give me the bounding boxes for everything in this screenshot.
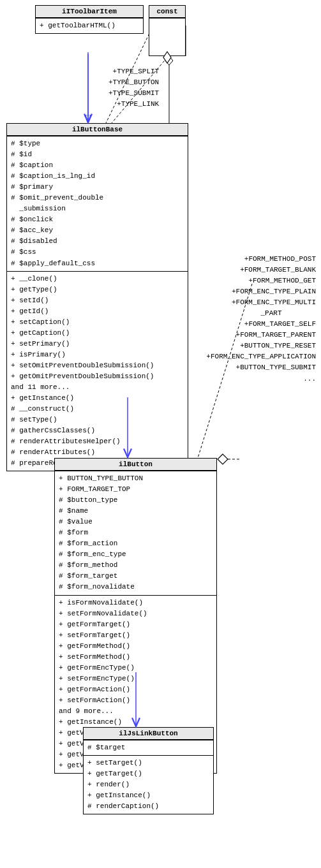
field-primary: # $primary bbox=[11, 182, 184, 193]
type-link: +TYPE_LINK bbox=[108, 99, 159, 110]
ilJsLinkButton-title: ilJsLinkButton bbox=[84, 728, 213, 740]
method-setprimary: + setPrimary() bbox=[11, 339, 184, 349]
method-getid: + getId() bbox=[11, 306, 184, 317]
uml-diagram: iIToolbarItem + getToolbarHTML() const +… bbox=[0, 0, 321, 868]
label-button-type-reset: +BUTTON_TYPE_RESET bbox=[188, 341, 316, 351]
method-getomit: + getOmitPreventDoubleSubmission() bbox=[11, 371, 184, 382]
label-button-type-submit: +BUTTON_TYPE_SUBMIT bbox=[188, 362, 316, 373]
btn-field-name: # $name bbox=[59, 506, 213, 517]
method-more: and 11 more... bbox=[11, 382, 184, 393]
method-getcaption: + getCaption() bbox=[11, 328, 184, 339]
btn-field-method: # $form_method bbox=[59, 560, 213, 571]
btn-field-target: # $form_target bbox=[59, 571, 213, 582]
field-type: # $type bbox=[11, 138, 184, 149]
btn-field-novalidate: # $form_novalidate bbox=[59, 582, 213, 592]
label-form-enc-app: +FORM_ENC_TYPE_APPLICATION bbox=[188, 351, 316, 362]
label-form-enc-multi: +FORM_ENC_TYPE_MULTI bbox=[188, 297, 316, 308]
label-form-target-self: +FORM_TARGET_SELF bbox=[188, 319, 316, 330]
label-form-enc-plain: +FORM_ENC_TYPE_PLAIN bbox=[188, 286, 316, 297]
svg-marker-15 bbox=[218, 454, 228, 464]
btn-field-enc: # $form_enc_type bbox=[59, 549, 213, 560]
btn-method-setformtarget: + setFormTarget() bbox=[59, 630, 213, 641]
const-title: const bbox=[149, 6, 185, 18]
ilJsLinkButton-fields: # $target bbox=[84, 740, 213, 755]
ilJsLinkButton-box: ilJsLinkButton # $target + setTarget() +… bbox=[83, 727, 214, 814]
jslinkbtn-method-rendercaption: # renderCaption() bbox=[87, 801, 209, 812]
method-settype: # setType() bbox=[11, 415, 184, 425]
iIToolbarItem-method: + getToolbarHTML() bbox=[40, 20, 139, 31]
method-gettype: + getType() bbox=[11, 284, 184, 295]
field-omit2: _submission bbox=[11, 203, 184, 214]
ilJsLinkButton-methods: + setTarget() + getTarget() + render() +… bbox=[84, 755, 213, 814]
type-submit: +TYPE_SUBMIT bbox=[108, 88, 159, 99]
jslinkbtn-field-target: # $target bbox=[87, 742, 209, 753]
iIToolbarItem-section1: + getToolbarHTML() bbox=[36, 18, 143, 33]
form-const-labels: +FORM_METHOD_POST +FORM_TARGET_BLANK +FO… bbox=[188, 254, 316, 385]
btn-method-isformnovalidate: + isFormNovalidate() bbox=[59, 598, 213, 608]
field-onclick: # $onclick bbox=[11, 214, 184, 225]
btn-field-value: # $value bbox=[59, 517, 213, 527]
iIToolbarItem-title-text: iIToolbarItem bbox=[62, 8, 117, 15]
method-setid: + setId() bbox=[11, 295, 184, 306]
method-renderattrshelper: # renderAttributesHelper() bbox=[11, 436, 184, 447]
btn-method-setformnovalidate: + setFormNovalidate() bbox=[59, 608, 213, 619]
btn-method-getformenctype: + getFormEncType() bbox=[59, 663, 213, 673]
btn-method-setformaction: + setFormAction() bbox=[59, 695, 213, 706]
field-apply: # $apply_default_css bbox=[11, 258, 184, 269]
type-button: +TYPE_BUTTON bbox=[108, 77, 159, 88]
btn-method-getformaction: + getFormAction() bbox=[59, 684, 213, 695]
btn-method-getinstance: + getInstance() bbox=[59, 717, 213, 728]
field-omit: # $omit_prevent_double bbox=[11, 193, 184, 203]
btn-method-setformmethod: + setFormMethod() bbox=[59, 652, 213, 663]
ilButtonBase-title-text: ilButtonBase bbox=[72, 126, 123, 133]
ilButtonBase-methods: + __clone() + getType() + setId() + getI… bbox=[7, 271, 188, 471]
svg-marker-6 bbox=[165, 56, 173, 65]
btn-const-top: + FORM_TARGET_TOP bbox=[59, 484, 213, 495]
jslinkbtn-method-getinstance: + getInstance() bbox=[87, 790, 209, 801]
label-form-target-blank: +FORM_TARGET_BLANK bbox=[188, 265, 316, 276]
ilButtonBase-title: ilButtonBase bbox=[7, 124, 188, 136]
method-isprimary: + isPrimary() bbox=[11, 349, 184, 360]
method-getinstance: + getInstance() bbox=[11, 393, 184, 404]
jslinkbtn-method-gettarget: + getTarget() bbox=[87, 769, 209, 779]
field-caption: # $caption bbox=[11, 160, 184, 171]
method-construct: # __construct() bbox=[11, 404, 184, 415]
const-title-text: const bbox=[156, 8, 177, 15]
iIToolbarItem-box: iIToolbarItem + getToolbarHTML() bbox=[35, 5, 144, 34]
type-split: +TYPE_SPLIT bbox=[108, 66, 159, 77]
field-css: # $css bbox=[11, 247, 184, 258]
method-gathercss: # gatherCssClasses() bbox=[11, 425, 184, 436]
const-box: const bbox=[149, 5, 186, 56]
label-form-method-get: +FORM_METHOD_GET bbox=[188, 276, 316, 286]
ilButtonBase-box: ilButtonBase # $type # $id # $caption # … bbox=[6, 123, 188, 471]
ilButton-box: ilButton + BUTTON_TYPE_BUTTON + FORM_TAR… bbox=[54, 458, 217, 774]
field-caption-lng: # $caption_is_lng_id bbox=[11, 171, 184, 182]
label-form-target-parent: +FORM_TARGET_PARENT bbox=[188, 330, 316, 341]
method-clone: + __clone() bbox=[11, 274, 184, 284]
jslinkbtn-method-settarget: + setTarget() bbox=[87, 758, 209, 769]
btn-method-getformtarget: + getFormTarget() bbox=[59, 619, 213, 630]
label-form-method-post: +FORM_METHOD_POST bbox=[188, 254, 316, 265]
type-labels: +TYPE_SPLIT +TYPE_BUTTON +TYPE_SUBMIT +T… bbox=[108, 66, 159, 110]
btn-method-more: and 9 more... bbox=[59, 706, 213, 717]
method-renderattrs: # renderAttributes() bbox=[11, 447, 184, 458]
field-acc-key: # $acc_key bbox=[11, 225, 184, 236]
field-disabled: # $disabled bbox=[11, 236, 184, 247]
btn-field-form: # $form bbox=[59, 527, 213, 538]
btn-field-action: # $form_action bbox=[59, 538, 213, 549]
label-more: ... bbox=[188, 374, 316, 385]
ilButton-title: ilButton bbox=[55, 459, 216, 471]
label-form-enc-part: _PART bbox=[227, 308, 316, 319]
field-id: # $id bbox=[11, 149, 184, 160]
method-setomit: + setOmitPreventDoubleSubmission() bbox=[11, 360, 184, 371]
ilButtonBase-fields: # $type # $id # $caption # $caption_is_l… bbox=[7, 136, 188, 271]
btn-method-setformenctype: + setFormEncType() bbox=[59, 673, 213, 684]
btn-method-getformmethod: + getFormMethod() bbox=[59, 641, 213, 652]
ilJsLinkButton-title-text: ilJsLinkButton bbox=[119, 730, 177, 737]
ilButton-constants: + BUTTON_TYPE_BUTTON + FORM_TARGET_TOP #… bbox=[55, 471, 216, 595]
const-section bbox=[149, 18, 185, 50]
btn-field-type: # $button_type bbox=[59, 495, 213, 506]
jslinkbtn-method-render: + render() bbox=[87, 779, 209, 790]
iIToolbarItem-title: iIToolbarItem bbox=[36, 6, 143, 18]
ilButton-title-text: ilButton bbox=[119, 460, 153, 468]
